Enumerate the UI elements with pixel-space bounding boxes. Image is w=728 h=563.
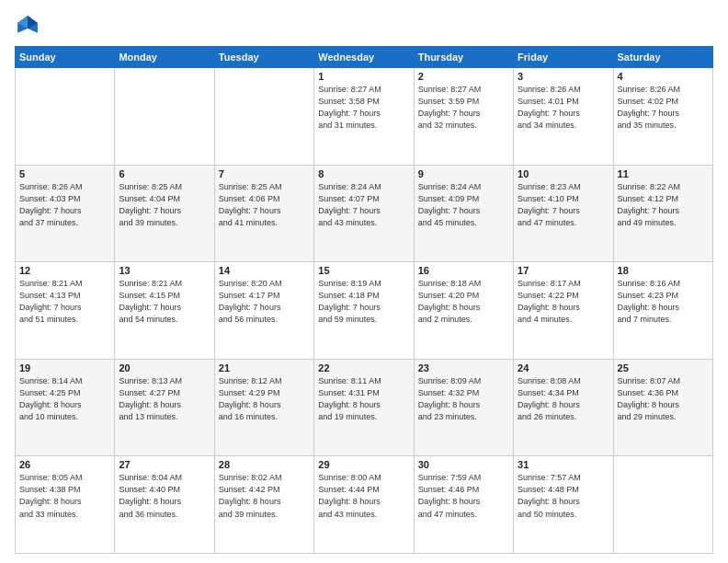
cell-content: Sunrise: 8:00 AMSunset: 4:44 PMDaylight:… [318,472,409,520]
cell-content: Sunrise: 8:20 AMSunset: 4:17 PMDaylight:… [219,278,310,326]
calendar-cell: 31Sunrise: 7:57 AMSunset: 4:48 PMDayligh… [514,456,613,554]
cell-content: Sunrise: 8:23 AMSunset: 4:10 PMDaylight:… [518,181,609,229]
calendar-cell: 13Sunrise: 8:21 AMSunset: 4:15 PMDayligh… [115,262,214,360]
day-number: 22 [318,362,409,373]
calendar-cell: 14Sunrise: 8:20 AMSunset: 4:17 PMDayligh… [214,262,313,360]
day-number: 28 [219,459,310,470]
page: SundayMondayTuesdayWednesdayThursdayFrid… [0,0,728,563]
cell-content: Sunrise: 8:17 AMSunset: 4:22 PMDaylight:… [518,278,609,326]
day-number: 29 [318,459,409,470]
day-number: 12 [19,265,110,276]
cell-content: Sunrise: 8:05 AMSunset: 4:38 PMDaylight:… [19,472,110,520]
day-number: 18 [618,265,709,276]
day-header-tuesday: Tuesday [214,47,313,68]
day-number: 20 [119,362,210,373]
cell-content: Sunrise: 8:25 AMSunset: 4:04 PMDaylight:… [119,181,210,229]
cell-content: Sunrise: 8:19 AMSunset: 4:18 PMDaylight:… [318,278,409,326]
cell-content: Sunrise: 8:13 AMSunset: 4:27 PMDaylight:… [119,375,210,423]
day-number: 27 [119,459,210,470]
day-number: 19 [19,362,110,373]
logo [15,13,44,39]
cell-content: Sunrise: 8:04 AMSunset: 4:40 PMDaylight:… [119,472,210,520]
calendar-cell: 28Sunrise: 8:02 AMSunset: 4:42 PMDayligh… [214,456,313,554]
calendar-cell: 22Sunrise: 8:11 AMSunset: 4:31 PMDayligh… [314,359,414,456]
cell-content: Sunrise: 8:25 AMSunset: 4:06 PMDaylight:… [219,181,310,229]
calendar-cell: 12Sunrise: 8:21 AMSunset: 4:13 PMDayligh… [16,262,115,360]
day-number: 25 [618,362,709,373]
cell-content: Sunrise: 7:59 AMSunset: 4:46 PMDaylight:… [418,472,509,520]
day-number: 21 [219,362,310,373]
calendar-cell: 3Sunrise: 8:26 AMSunset: 4:01 PMDaylight… [514,68,613,166]
cell-content: Sunrise: 8:24 AMSunset: 4:09 PMDaylight:… [418,181,509,229]
calendar-cell: 27Sunrise: 8:04 AMSunset: 4:40 PMDayligh… [115,456,214,554]
cell-content: Sunrise: 8:27 AMSunset: 3:58 PMDaylight:… [318,84,409,132]
calendar-cell: 6Sunrise: 8:25 AMSunset: 4:04 PMDaylight… [115,165,214,262]
calendar-cell: 21Sunrise: 8:12 AMSunset: 4:29 PMDayligh… [214,359,313,456]
day-number: 8 [318,168,409,179]
calendar-cell: 29Sunrise: 8:00 AMSunset: 4:44 PMDayligh… [314,456,414,554]
calendar-table: SundayMondayTuesdayWednesdayThursdayFrid… [15,46,713,554]
cell-content: Sunrise: 8:21 AMSunset: 4:13 PMDaylight:… [19,278,110,326]
calendar-cell: 11Sunrise: 8:22 AMSunset: 4:12 PMDayligh… [613,165,712,262]
cell-content: Sunrise: 8:14 AMSunset: 4:25 PMDaylight:… [19,375,110,423]
cell-content: Sunrise: 8:12 AMSunset: 4:29 PMDaylight:… [219,375,310,423]
cell-content: Sunrise: 8:26 AMSunset: 4:03 PMDaylight:… [19,181,110,229]
cell-content: Sunrise: 8:11 AMSunset: 4:31 PMDaylight:… [318,375,409,423]
calendar-cell: 15Sunrise: 8:19 AMSunset: 4:18 PMDayligh… [314,262,414,360]
day-header-monday: Monday [115,47,214,68]
day-number: 1 [318,71,409,82]
calendar-cell: 19Sunrise: 8:14 AMSunset: 4:25 PMDayligh… [16,359,115,456]
calendar-cell: 8Sunrise: 8:24 AMSunset: 4:07 PMDaylight… [314,165,414,262]
cell-content: Sunrise: 8:08 AMSunset: 4:34 PMDaylight:… [518,375,609,423]
calendar-cell: 20Sunrise: 8:13 AMSunset: 4:27 PMDayligh… [115,359,214,456]
cell-content: Sunrise: 8:22 AMSunset: 4:12 PMDaylight:… [618,181,709,229]
day-number: 31 [518,459,609,470]
calendar-cell: 17Sunrise: 8:17 AMSunset: 4:22 PMDayligh… [514,262,613,360]
day-number: 4 [618,71,709,82]
cell-content: Sunrise: 8:21 AMSunset: 4:15 PMDaylight:… [119,278,210,326]
day-number: 6 [119,168,210,179]
calendar-cell [16,68,115,166]
calendar-week-5: 26Sunrise: 8:05 AMSunset: 4:38 PMDayligh… [16,456,713,554]
day-number: 11 [618,168,709,179]
calendar-cell: 25Sunrise: 8:07 AMSunset: 4:36 PMDayligh… [613,359,712,456]
day-header-sunday: Sunday [16,47,115,68]
calendar-week-1: 1Sunrise: 8:27 AMSunset: 3:58 PMDaylight… [16,68,713,166]
day-header-friday: Friday [514,47,613,68]
calendar-cell: 30Sunrise: 7:59 AMSunset: 4:46 PMDayligh… [414,456,513,554]
calendar-cell: 23Sunrise: 8:09 AMSunset: 4:32 PMDayligh… [414,359,513,456]
header [15,13,713,39]
cell-content: Sunrise: 8:16 AMSunset: 4:23 PMDaylight:… [618,278,709,326]
calendar-cell: 4Sunrise: 8:26 AMSunset: 4:02 PMDaylight… [613,68,712,166]
day-number: 24 [518,362,609,373]
calendar-cell [115,68,214,166]
day-number: 26 [19,459,110,470]
calendar-cell: 7Sunrise: 8:25 AMSunset: 4:06 PMDaylight… [214,165,313,262]
day-number: 16 [418,265,509,276]
day-header-saturday: Saturday [613,47,712,68]
day-number: 30 [418,459,509,470]
calendar-header-row: SundayMondayTuesdayWednesdayThursdayFrid… [16,47,713,68]
cell-content: Sunrise: 7:57 AMSunset: 4:48 PMDaylight:… [518,472,609,520]
day-number: 9 [418,168,509,179]
day-number: 14 [219,265,310,276]
day-number: 10 [518,168,609,179]
cell-content: Sunrise: 8:02 AMSunset: 4:42 PMDaylight:… [219,472,310,520]
calendar-cell: 10Sunrise: 8:23 AMSunset: 4:10 PMDayligh… [514,165,613,262]
calendar-cell: 1Sunrise: 8:27 AMSunset: 3:58 PMDaylight… [314,68,414,166]
cell-content: Sunrise: 8:18 AMSunset: 4:20 PMDaylight:… [418,278,509,326]
cell-content: Sunrise: 8:26 AMSunset: 4:02 PMDaylight:… [618,84,709,132]
calendar-cell: 9Sunrise: 8:24 AMSunset: 4:09 PMDaylight… [414,165,513,262]
day-number: 23 [418,362,509,373]
calendar-cell: 16Sunrise: 8:18 AMSunset: 4:20 PMDayligh… [414,262,513,360]
logo-icon [15,13,40,39]
cell-content: Sunrise: 8:27 AMSunset: 3:59 PMDaylight:… [418,84,509,132]
cell-content: Sunrise: 8:24 AMSunset: 4:07 PMDaylight:… [318,181,409,229]
day-header-wednesday: Wednesday [314,47,414,68]
calendar-cell: 5Sunrise: 8:26 AMSunset: 4:03 PMDaylight… [16,165,115,262]
day-number: 2 [418,71,509,82]
calendar-cell: 2Sunrise: 8:27 AMSunset: 3:59 PMDaylight… [414,68,513,166]
cell-content: Sunrise: 8:07 AMSunset: 4:36 PMDaylight:… [618,375,709,423]
calendar-week-3: 12Sunrise: 8:21 AMSunset: 4:13 PMDayligh… [16,262,713,360]
calendar-week-4: 19Sunrise: 8:14 AMSunset: 4:25 PMDayligh… [16,359,713,456]
